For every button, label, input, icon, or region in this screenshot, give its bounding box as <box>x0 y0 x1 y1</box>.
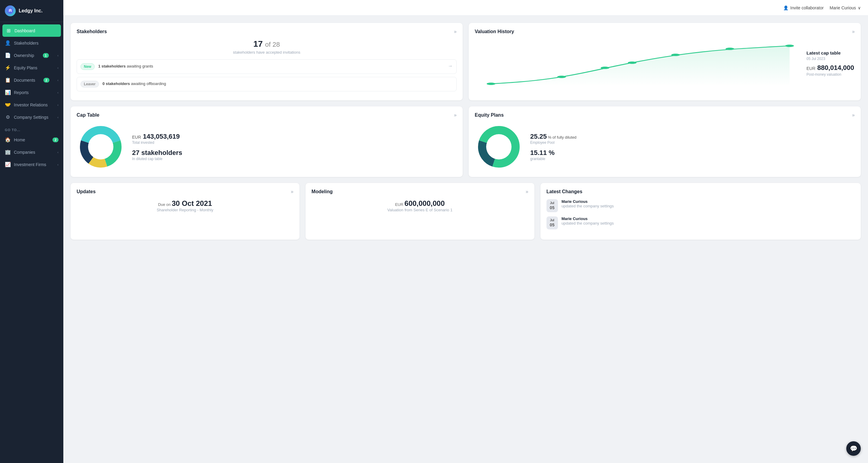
ep-grantable-pct: 15.11 % <box>530 149 576 157</box>
stakeholders-expand-icon[interactable]: » <box>454 29 457 34</box>
sidebar-item-label: Investment Firms <box>14 162 46 167</box>
chat-button[interactable]: 💬 <box>846 441 861 456</box>
sidebar-item-dashboard[interactable]: ⊞ Dashboard <box>2 25 61 37</box>
sidebar-nav: ⊞ Dashboard 👤 Stakeholders 📄 Ownership 1… <box>0 22 63 463</box>
chat-icon: 💬 <box>850 445 858 452</box>
user-menu[interactable]: Marie Curious ∨ <box>830 5 861 10</box>
ep-pool-label: Employee Pool <box>530 140 576 145</box>
logo-icon <box>5 5 16 16</box>
change-month-2: Jul <box>549 218 556 222</box>
stakeholders-card: Stakeholders » 17 of 28 stakeholders hav… <box>70 23 463 100</box>
new-stakeholders-arrow[interactable]: → <box>448 63 453 69</box>
ownership-icon: 📄 <box>5 53 11 58</box>
change-date-badge-2: Jul 05 <box>547 217 558 229</box>
sidebar-item-label: Ownership <box>14 53 34 58</box>
svg-point-1 <box>487 82 496 85</box>
invite-collaborator-button[interactable]: 👤 Invite collaborator <box>783 5 824 10</box>
sidebar-item-ownership[interactable]: 📄 Ownership 1 ‹ <box>0 49 63 62</box>
equity-plans-stats: 25.25 % of fully diluted Employee Pool 1… <box>530 133 576 161</box>
change-text-2: Marie Curious updated the company settin… <box>562 217 614 226</box>
user-label: Marie Curious <box>830 5 856 10</box>
companies-icon: 🏢 <box>5 149 11 155</box>
main-area: 👤 Invite collaborator Marie Curious ∨ St… <box>63 0 868 463</box>
new-badge: New <box>81 63 95 70</box>
user-chevron-icon: ∨ <box>858 5 861 10</box>
sidebar-item-company-settings[interactable]: ⚙ Company Settings ‹ <box>0 111 63 123</box>
stakeholders-diluted-count: 27 stakeholders <box>132 149 182 157</box>
stakeholders-card-header: Stakeholders » <box>76 29 457 34</box>
captable-card: Cap Table » <box>70 106 463 177</box>
valuation-line-chart <box>475 39 801 88</box>
captable-donut-svg <box>76 123 125 171</box>
valuation-expand-icon[interactable]: » <box>852 29 855 34</box>
sidebar-item-investment-firms[interactable]: 📈 Investment Firms ‹ <box>0 158 63 171</box>
sidebar-item-investor-relations[interactable]: 🤝 Investor Relations ‹ <box>0 99 63 111</box>
change-date-badge-1: Jul 05 <box>547 199 558 212</box>
sidebar-item-label: Reports <box>14 90 29 95</box>
change-month-1: Jul <box>549 201 556 205</box>
valuation-inner: Latest cap table 05 Jul 2023 EUR 880,014… <box>475 39 855 88</box>
sidebar-item-home[interactable]: 🏠 Home 2 <box>0 134 63 146</box>
ep-grantable-label: grantable <box>530 157 576 161</box>
modeling-expand-icon[interactable]: » <box>526 189 528 194</box>
updates-card-header: Updates » <box>76 189 293 194</box>
companies-chevron: ‹ <box>57 151 59 154</box>
invite-icon: 👤 <box>783 5 788 10</box>
svg-point-5 <box>671 54 680 56</box>
sidebar-item-documents[interactable]: 📋 Documents 2 ‹ <box>0 74 63 86</box>
stakeholders-subtitle: stakeholders have accepted invitations <box>76 50 457 55</box>
ep-fully-diluted-pct: 25.25 % of fully diluted <box>530 133 576 140</box>
stakeholders-count: 17 of 28 <box>76 39 457 49</box>
documents-badge: 2 <box>43 78 50 82</box>
modeling-card-title: Modeling <box>312 189 333 194</box>
captable-stats: EUR 143,053,619 Total invested 27 stakeh… <box>132 133 182 161</box>
total-invested-value: EUR 143,053,619 <box>132 133 182 140</box>
equity-plans-icon: ⚡ <box>5 65 11 70</box>
sidebar-item-equity-plans[interactable]: ⚡ Equity Plans ‹ <box>0 62 63 74</box>
change-day-1: 05 <box>549 205 556 210</box>
valuation-card-title: Valuation History <box>475 29 514 34</box>
updates-expand-icon[interactable]: » <box>291 189 293 194</box>
documents-icon: 📋 <box>5 77 11 83</box>
dashboard-icon: ⊞ <box>5 28 11 33</box>
equity-plans-expand-icon[interactable]: » <box>852 112 855 118</box>
svg-point-17 <box>486 134 512 160</box>
investment-firms-chevron: ‹ <box>57 163 59 166</box>
new-stakeholders-text: 1 stakeholders awaiting grants <box>98 63 153 69</box>
app-name: Ledgy Inc. <box>19 8 42 13</box>
captable-card-title: Cap Table <box>76 112 99 118</box>
change-name-1: Marie Curious <box>562 199 614 204</box>
change-item-2: Jul 05 Marie Curious updated the company… <box>547 217 855 229</box>
svg-point-6 <box>726 47 734 50</box>
company-settings-chevron: ‹ <box>57 115 59 119</box>
investor-relations-chevron: ‹ <box>57 103 59 107</box>
sidebar-item-companies[interactable]: 🏢 Companies ‹ <box>0 146 63 158</box>
change-name-2: Marie Curious <box>562 217 614 221</box>
bottom-cards-row: Updates » Due on 30 Oct 2021 Shareholder… <box>70 183 861 240</box>
company-settings-icon: ⚙ <box>5 114 11 120</box>
sidebar-item-stakeholders[interactable]: 👤 Stakeholders <box>0 37 63 49</box>
sidebar-item-label: Documents <box>14 78 35 82</box>
sidebar: Ledgy Inc. ⊞ Dashboard 👤 Stakeholders 📄 … <box>0 0 63 463</box>
svg-point-7 <box>785 44 794 47</box>
equity-plans-chevron: ‹ <box>57 66 59 70</box>
invite-label: Invite collaborator <box>790 5 824 10</box>
ownership-badge: 1 <box>43 53 49 58</box>
equity-plans-inner: 25.25 % of fully diluted Employee Pool 1… <box>475 123 855 171</box>
stakeholders-icon: 👤 <box>5 40 11 46</box>
captable-expand-icon[interactable]: » <box>454 112 457 118</box>
captable-card-header: Cap Table » <box>76 112 457 118</box>
leaver-stakeholders-row: Leaver 0 stakeholders awaiting offboardi… <box>76 77 457 91</box>
change-action-1: updated the company settings <box>562 204 614 208</box>
change-action-2: updated the company settings <box>562 221 614 226</box>
change-text-1: Marie Curious updated the company settin… <box>562 199 614 208</box>
sidebar-item-label: Home <box>14 137 25 142</box>
equity-plans-card-header: Equity Plans » <box>475 112 855 118</box>
goto-section-title: GO TO... <box>0 123 63 134</box>
home-icon: 🏠 <box>5 137 11 142</box>
stakeholders-diluted-label: In diluted cap table <box>132 157 182 161</box>
sidebar-item-label: Companies <box>14 150 35 155</box>
home-badge: 2 <box>53 137 59 142</box>
sidebar-item-reports[interactable]: 📊 Reports ‹ <box>0 86 63 99</box>
documents-chevron: ‹ <box>57 78 59 82</box>
